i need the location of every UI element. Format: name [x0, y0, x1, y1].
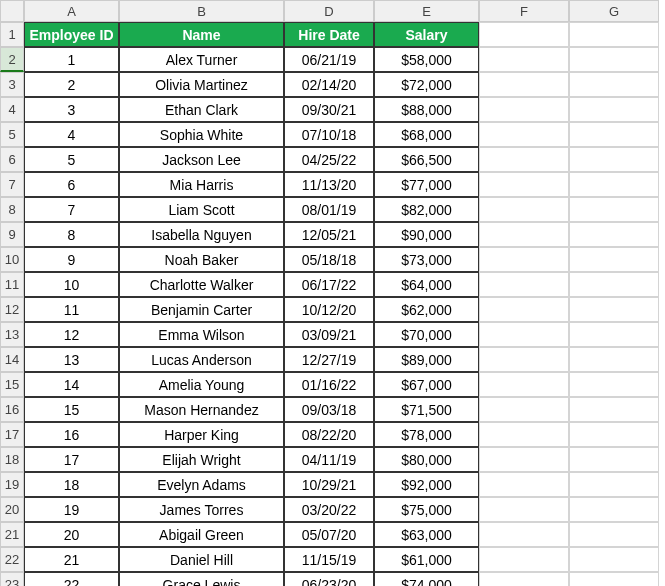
- cell-G15[interactable]: [569, 372, 659, 397]
- cell-G5[interactable]: [569, 122, 659, 147]
- cell-salary-2[interactable]: $58,000: [374, 47, 479, 72]
- cell-name-9[interactable]: Isabella Nguyen: [119, 222, 284, 247]
- header-hire-date[interactable]: Hire Date: [284, 22, 374, 47]
- cell-salary-6[interactable]: $66,500: [374, 147, 479, 172]
- cell-name-7[interactable]: Mia Harris: [119, 172, 284, 197]
- cell-date-13[interactable]: 03/09/21: [284, 322, 374, 347]
- cell-id-3[interactable]: 2: [24, 72, 119, 97]
- cell-F22[interactable]: [479, 547, 569, 572]
- cell-salary-21[interactable]: $63,000: [374, 522, 479, 547]
- cell-date-16[interactable]: 09/03/18: [284, 397, 374, 422]
- cell-date-8[interactable]: 08/01/19: [284, 197, 374, 222]
- cell-G16[interactable]: [569, 397, 659, 422]
- cell-date-17[interactable]: 08/22/20: [284, 422, 374, 447]
- cell-date-11[interactable]: 06/17/22: [284, 272, 374, 297]
- cell-salary-15[interactable]: $67,000: [374, 372, 479, 397]
- cell-F6[interactable]: [479, 147, 569, 172]
- row-head-18[interactable]: 18: [0, 447, 24, 472]
- row-head-17[interactable]: 17: [0, 422, 24, 447]
- cell-id-2[interactable]: 1: [24, 47, 119, 72]
- cell-name-16[interactable]: Mason Hernandez: [119, 397, 284, 422]
- cell-salary-18[interactable]: $80,000: [374, 447, 479, 472]
- cell-salary-17[interactable]: $78,000: [374, 422, 479, 447]
- cell-id-19[interactable]: 18: [24, 472, 119, 497]
- cell-id-15[interactable]: 14: [24, 372, 119, 397]
- cell-id-21[interactable]: 20: [24, 522, 119, 547]
- cell-salary-12[interactable]: $62,000: [374, 297, 479, 322]
- cell-id-20[interactable]: 19: [24, 497, 119, 522]
- row-head-16[interactable]: 16: [0, 397, 24, 422]
- cell-salary-16[interactable]: $71,500: [374, 397, 479, 422]
- row-head-1[interactable]: 1: [0, 22, 24, 47]
- cell-salary-9[interactable]: $90,000: [374, 222, 479, 247]
- row-head-23[interactable]: 23: [0, 572, 24, 586]
- cell-salary-7[interactable]: $77,000: [374, 172, 479, 197]
- cell-G22[interactable]: [569, 547, 659, 572]
- col-head-F[interactable]: F: [479, 0, 569, 22]
- cell-F11[interactable]: [479, 272, 569, 297]
- cell-date-4[interactable]: 09/30/21: [284, 97, 374, 122]
- cell-G4[interactable]: [569, 97, 659, 122]
- row-head-22[interactable]: 22: [0, 547, 24, 572]
- cell-date-19[interactable]: 10/29/21: [284, 472, 374, 497]
- row-head-8[interactable]: 8: [0, 197, 24, 222]
- spreadsheet[interactable]: A B D E F G 1 Employee ID Name Hire Date…: [0, 0, 665, 586]
- cell-date-3[interactable]: 02/14/20: [284, 72, 374, 97]
- cell-F12[interactable]: [479, 297, 569, 322]
- cell-G3[interactable]: [569, 72, 659, 97]
- cell-name-21[interactable]: Abigail Green: [119, 522, 284, 547]
- cell-name-22[interactable]: Daniel Hill: [119, 547, 284, 572]
- cell-salary-22[interactable]: $61,000: [374, 547, 479, 572]
- cell-date-9[interactable]: 12/05/21: [284, 222, 374, 247]
- cell-F21[interactable]: [479, 522, 569, 547]
- cell-F9[interactable]: [479, 222, 569, 247]
- cell-F13[interactable]: [479, 322, 569, 347]
- cell-G6[interactable]: [569, 147, 659, 172]
- cell-G9[interactable]: [569, 222, 659, 247]
- cell-date-15[interactable]: 01/16/22: [284, 372, 374, 397]
- cell-id-18[interactable]: 17: [24, 447, 119, 472]
- cell-G17[interactable]: [569, 422, 659, 447]
- cell-F3[interactable]: [479, 72, 569, 97]
- row-head-7[interactable]: 7: [0, 172, 24, 197]
- cell-salary-11[interactable]: $64,000: [374, 272, 479, 297]
- cell-date-6[interactable]: 04/25/22: [284, 147, 374, 172]
- cell-G2[interactable]: [569, 47, 659, 72]
- row-head-13[interactable]: 13: [0, 322, 24, 347]
- cell-G19[interactable]: [569, 472, 659, 497]
- cell-salary-20[interactable]: $75,000: [374, 497, 479, 522]
- cell-F4[interactable]: [479, 97, 569, 122]
- cell-F15[interactable]: [479, 372, 569, 397]
- row-head-15[interactable]: 15: [0, 372, 24, 397]
- cell-id-11[interactable]: 10: [24, 272, 119, 297]
- cell-G1[interactable]: [569, 22, 659, 47]
- col-head-A[interactable]: A: [24, 0, 119, 22]
- cell-F14[interactable]: [479, 347, 569, 372]
- cell-name-11[interactable]: Charlotte Walker: [119, 272, 284, 297]
- cell-id-8[interactable]: 7: [24, 197, 119, 222]
- cell-id-16[interactable]: 15: [24, 397, 119, 422]
- cell-name-19[interactable]: Evelyn Adams: [119, 472, 284, 497]
- cell-name-5[interactable]: Sophia White: [119, 122, 284, 147]
- cell-G10[interactable]: [569, 247, 659, 272]
- row-head-9[interactable]: 9: [0, 222, 24, 247]
- cell-name-18[interactable]: Elijah Wright: [119, 447, 284, 472]
- cell-name-23[interactable]: Grace Lewis: [119, 572, 284, 586]
- cell-F2[interactable]: [479, 47, 569, 72]
- cell-G18[interactable]: [569, 447, 659, 472]
- cell-G13[interactable]: [569, 322, 659, 347]
- row-head-4[interactable]: 4: [0, 97, 24, 122]
- cell-name-15[interactable]: Amelia Young: [119, 372, 284, 397]
- row-head-2[interactable]: 2: [0, 47, 24, 72]
- cell-G7[interactable]: [569, 172, 659, 197]
- cell-salary-10[interactable]: $73,000: [374, 247, 479, 272]
- header-name[interactable]: Name: [119, 22, 284, 47]
- cell-F17[interactable]: [479, 422, 569, 447]
- cell-id-9[interactable]: 8: [24, 222, 119, 247]
- row-head-5[interactable]: 5: [0, 122, 24, 147]
- cell-F16[interactable]: [479, 397, 569, 422]
- cell-name-8[interactable]: Liam Scott: [119, 197, 284, 222]
- cell-date-20[interactable]: 03/20/22: [284, 497, 374, 522]
- row-head-11[interactable]: 11: [0, 272, 24, 297]
- select-all-corner[interactable]: [0, 0, 24, 22]
